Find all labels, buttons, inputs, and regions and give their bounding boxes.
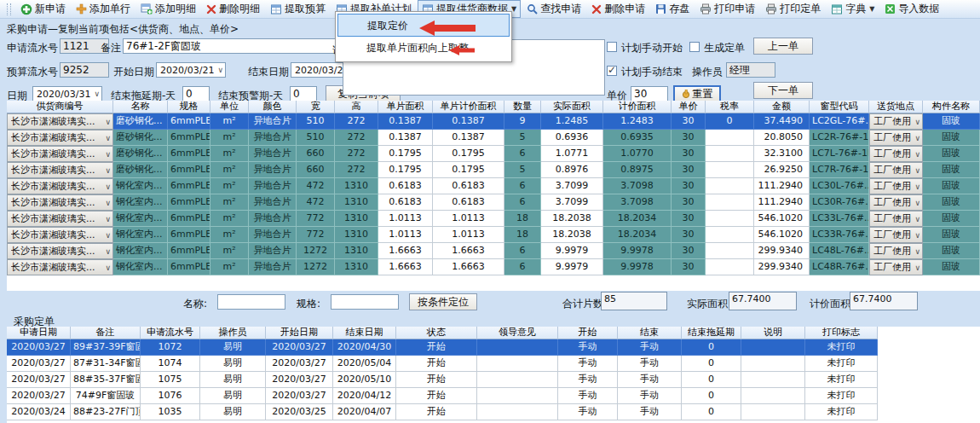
warning-days-field[interactable] (290, 86, 317, 101)
column-header[interactable]: 单位 (210, 101, 249, 113)
delivery-combo[interactable]: 工厂使用∨ (869, 146, 923, 162)
table-row[interactable]: 长沙市潇湘玻璃实...∨磨砂钢化...6mmPLE...m²异地合片510272… (7, 113, 980, 130)
column-header[interactable]: 开始日期 (266, 327, 333, 339)
column-header[interactable]: 状态 (396, 327, 477, 339)
column-header[interactable]: 备注 (71, 327, 141, 339)
delivery-combo[interactable]: 工厂使用∨ (869, 259, 923, 275)
supplier-combo[interactable]: 长沙市潇湘玻璃实...∨ (7, 146, 113, 162)
supplier-combo[interactable]: 长沙市潇湘玻璃实...∨ (7, 178, 113, 194)
column-header[interactable]: 供货商编号 (7, 101, 113, 113)
column-header[interactable]: 高 (335, 101, 378, 113)
table-row[interactable]: 长沙市潇湘玻璃实...∨磨砂钢化...6mmPLE...m²异地合片660272… (7, 146, 980, 162)
next-order-button[interactable]: 下一单 (753, 82, 813, 99)
supplier-combo[interactable]: 长沙市潇湘玻璃实...∨ (7, 194, 113, 211)
new-request-button[interactable]: 新申请 (16, 0, 70, 18)
column-header[interactable]: 宽 (297, 101, 335, 113)
column-header[interactable]: 开始 (558, 327, 618, 339)
add-row-button[interactable]: 添加单行 (72, 0, 135, 18)
column-header[interactable]: 规格 (168, 101, 210, 113)
column-header[interactable]: 申请流水号 (141, 327, 200, 339)
dictionary-button[interactable]: 字典 ▼ (827, 0, 879, 18)
table-row[interactable]: 长沙市潇湘玻璃实...∨钢化室内...6mmPLE...m²异地合片127213… (7, 243, 980, 259)
column-header[interactable]: 操作员 (200, 327, 266, 339)
column-header[interactable]: 数量 (504, 101, 541, 113)
add-detail-button[interactable]: 添加明细 (136, 0, 200, 18)
supplier-combo[interactable]: 长沙市潇湘玻璃实...∨ (7, 243, 113, 259)
supplier-combo[interactable]: 长沙市潇湘玻璃实...∨ (7, 113, 113, 130)
delivery-combo[interactable]: 工厂使用∨ (869, 243, 923, 259)
filter-spec-input[interactable] (331, 294, 399, 310)
table-row[interactable]: 2020/03/2788#35-37F窗固玻1075易明2020/03/2720… (7, 372, 980, 388)
column-header[interactable]: 税率 (706, 101, 754, 113)
table-cell: LC48R-76#... (810, 259, 869, 275)
supplier-combo[interactable]: 长沙市潇湘玻璃实...∨ (7, 211, 113, 227)
manual-start-checkbox[interactable] (607, 42, 617, 52)
column-header[interactable]: 构件名称 (923, 101, 980, 113)
locate-by-condition-button[interactable]: 按条件定位 (409, 293, 477, 310)
gen-order-checkbox[interactable] (689, 42, 700, 52)
delivery-combo[interactable]: 工厂使用∨ (869, 194, 923, 211)
budget-no-field[interactable] (60, 62, 109, 78)
manual-end-checkbox[interactable] (607, 66, 617, 76)
prev-order-button[interactable]: 上一单 (753, 38, 813, 55)
save-button[interactable]: 存盘 (651, 0, 694, 18)
supplier-combo[interactable]: 长沙市潇湘玻璃实...∨ (7, 130, 113, 146)
find-request-button[interactable]: 查找申请 (522, 0, 585, 18)
remark-field[interactable] (123, 38, 336, 54)
column-header[interactable]: 送货地点 (869, 101, 923, 113)
delete-detail-button[interactable]: 删除明细 (202, 0, 264, 18)
column-header[interactable]: 单片计价面积 (433, 101, 504, 113)
table-row[interactable]: 长沙市潇湘玻璃实...∨钢化室内...6mmPLE...m²异地合片772131… (7, 211, 980, 227)
table-row[interactable]: 长沙市潇湘玻璃实...∨钢化室内...6mmPLE...m²异地合片472131… (7, 178, 980, 194)
print-request-button[interactable]: 打印申请 (695, 0, 759, 18)
column-header[interactable]: 金额 (754, 101, 810, 113)
table-row[interactable]: 长沙市潇湘玻璃实...∨磨砂钢化...6mmPLE...m²异地合片510272… (7, 130, 980, 146)
import-data-button[interactable]: 导入数据 (880, 0, 943, 18)
column-header[interactable]: 打印标志 (805, 327, 878, 339)
supplier-combo[interactable]: 长沙市潇湘玻璃实...∨ (7, 162, 113, 178)
filter-name-input[interactable] (217, 294, 285, 310)
operator-field[interactable] (726, 62, 775, 78)
delay-days-field[interactable] (182, 86, 210, 101)
delivery-combo[interactable]: 工厂使用∨ (869, 227, 923, 243)
column-header[interactable]: 结束拖延期 (682, 327, 741, 339)
delivery-combo[interactable]: 工厂使用∨ (869, 211, 923, 227)
print-order-button[interactable]: 打印定单 (761, 0, 825, 18)
delete-request-button[interactable]: 删除申请 (587, 0, 649, 18)
table-row[interactable]: 2020/03/2774#9F窗固玻1076易明2020/03/272020/0… (7, 388, 980, 404)
supplier-combo[interactable]: 长沙市潇湘玻璃实...∨ (7, 227, 113, 243)
column-header[interactable]: 窗型代码 (810, 101, 869, 113)
supplier-combo[interactable]: 长沙市潇湘玻璃实...∨ (7, 259, 113, 275)
column-header[interactable]: 申请日期 (7, 327, 71, 339)
column-header[interactable]: 结束日期 (333, 327, 396, 339)
column-header[interactable]: 单价 (672, 101, 706, 113)
column-header[interactable]: 领导意见 (477, 327, 558, 339)
table-row[interactable]: 2020/03/2488#23-27F门顶玻1035易明2020/03/2520… (7, 404, 980, 420)
column-header[interactable]: 计价面积 (603, 101, 672, 113)
date-picker[interactable]: 2020/03/31∨ (32, 86, 102, 101)
delivery-combo[interactable]: 工厂使用∨ (869, 130, 923, 146)
delivery-combo[interactable]: 工厂使用∨ (869, 178, 923, 194)
column-header[interactable]: 颜色 (249, 101, 297, 113)
extract-budget-button[interactable]: 提取预算 (266, 0, 330, 18)
unit-price-field[interactable] (631, 86, 668, 101)
table-row[interactable]: 2020/03/2787#31-34F窗固玻1074易明2020/03/2720… (7, 356, 980, 372)
column-header[interactable]: 说明 (741, 327, 805, 339)
table-cell (706, 211, 754, 227)
section-title: 采购申请—复制当前项包括<供货商、地点、单价> (7, 22, 239, 37)
column-header[interactable]: 结束 (618, 327, 682, 339)
column-header[interactable]: 单片面积 (378, 101, 433, 113)
menu-item-extract-area-roundup[interactable]: 提取单片面积向上取整 (337, 37, 510, 60)
table-cell: 1310 (335, 211, 378, 227)
table-row[interactable]: 长沙市潇湘玻璃实...∨钢化室内...6mmPLE...m²异地合片472131… (7, 194, 980, 211)
column-header[interactable]: 名称 (113, 101, 168, 113)
delivery-combo[interactable]: 工厂使用∨ (869, 162, 923, 178)
delivery-combo[interactable]: 工厂使用∨ (869, 113, 923, 130)
table-cell (477, 356, 558, 372)
table-row[interactable]: 长沙市潇湘玻璃实...∨钢化室内...6mmPLE...m²异地合片772131… (7, 227, 980, 243)
column-header[interactable]: 实际面积 (541, 101, 603, 113)
start-date-picker[interactable]: 2020/03/21∨ (156, 62, 226, 78)
table-row[interactable]: 长沙市潇湘玻璃实...∨磨砂钢化...6mmPLE...m²异地合片660272… (7, 162, 980, 178)
table-row[interactable]: 2020/03/2789#37-39F窗固玻1072易明2020/03/2720… (7, 339, 980, 356)
table-row[interactable]: 长沙市潇湘玻璃实...∨钢化室内...6mmPLE...m²异地合片127213… (7, 259, 980, 275)
